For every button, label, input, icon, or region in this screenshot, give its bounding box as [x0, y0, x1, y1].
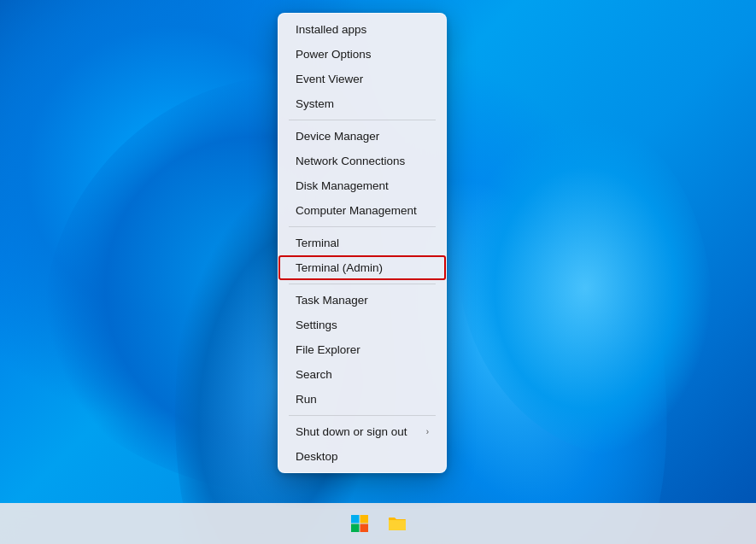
svg-rect-3 [360, 524, 368, 533]
menu-item-settings[interactable]: Settings [278, 313, 446, 337]
menu-item-search[interactable]: Search [278, 362, 446, 387]
menu-item-label-search: Search [296, 368, 332, 381]
start-button[interactable] [344, 508, 375, 539]
menu-item-disk-management[interactable]: Disk Management [278, 173, 446, 198]
menu-item-event-viewer[interactable]: Event Viewer [278, 67, 446, 91]
menu-item-label-device-manager: Device Manager [296, 130, 379, 143]
menu-divider [289, 284, 436, 284]
taskbar [0, 503, 756, 544]
file-explorer-icon [387, 513, 407, 534]
svg-rect-2 [351, 524, 360, 533]
menu-divider [289, 415, 436, 416]
submenu-chevron-icon: › [426, 427, 429, 436]
menu-item-label-power-options: Power Options [296, 48, 372, 61]
menu-item-terminal[interactable]: Terminal [278, 231, 446, 255]
menu-item-system[interactable]: System [278, 91, 446, 116]
menu-item-installed-apps[interactable]: Installed apps [278, 17, 446, 42]
menu-item-run[interactable]: Run [278, 387, 446, 412]
menu-item-label-system: System [296, 97, 334, 110]
menu-item-label-file-explorer: File Explorer [296, 343, 360, 356]
menu-item-label-task-manager: Task Manager [296, 294, 368, 307]
menu-item-task-manager[interactable]: Task Manager [278, 288, 446, 313]
menu-item-network-connections[interactable]: Network Connections [278, 149, 446, 173]
menu-divider [289, 120, 436, 120]
menu-item-terminal-admin[interactable]: Terminal (Admin) [278, 255, 446, 280]
windows-logo-icon [349, 513, 370, 534]
menu-item-label-installed-apps: Installed apps [296, 23, 366, 36]
menu-item-label-settings: Settings [296, 319, 337, 331]
menu-item-file-explorer[interactable]: File Explorer [278, 337, 446, 362]
menu-item-label-event-viewer: Event Viewer [296, 73, 363, 85]
context-menu: Installed appsPower OptionsEvent ViewerS… [278, 13, 447, 473]
menu-item-label-terminal-admin: Terminal (Admin) [296, 261, 383, 274]
menu-item-desktop[interactable]: Desktop [278, 444, 446, 469]
menu-divider [289, 226, 436, 227]
menu-item-label-terminal: Terminal [296, 237, 339, 249]
menu-item-label-computer-management: Computer Management [296, 204, 417, 217]
menu-item-label-network-connections: Network Connections [296, 155, 405, 167]
menu-item-power-options[interactable]: Power Options [278, 42, 446, 67]
svg-rect-1 [360, 515, 368, 524]
menu-item-device-manager[interactable]: Device Manager [278, 124, 446, 149]
menu-item-label-shut-down-sign-out: Shut down or sign out [296, 425, 407, 438]
menu-item-computer-management[interactable]: Computer Management [278, 198, 446, 223]
file-explorer-taskbar-button[interactable] [382, 508, 413, 539]
menu-item-label-desktop: Desktop [296, 450, 338, 463]
menu-item-label-run: Run [296, 393, 317, 406]
menu-item-label-disk-management: Disk Management [296, 179, 389, 192]
menu-item-shut-down-sign-out[interactable]: Shut down or sign out› [278, 419, 446, 444]
svg-rect-0 [351, 515, 360, 524]
